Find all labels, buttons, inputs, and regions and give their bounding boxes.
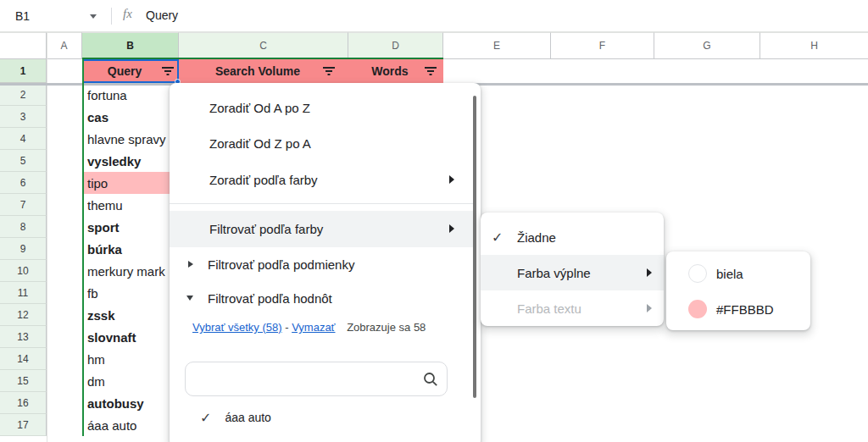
row-header-15[interactable]: 15 xyxy=(0,370,47,392)
row-header-right-border xyxy=(47,32,47,442)
cell-b8[interactable]: sport xyxy=(85,216,179,238)
cell-b16[interactable]: autobusy xyxy=(85,392,179,414)
checkmark-icon: ✓ xyxy=(200,410,211,426)
col-header-a[interactable]: A xyxy=(47,32,82,59)
row-header-9[interactable]: 9 xyxy=(0,238,47,260)
filter-dropdown-menu: Zoradiť Od A po Z Zoradiť Od Z po A Zora… xyxy=(170,83,481,442)
name-box-dropdown-icon[interactable] xyxy=(90,14,97,19)
filter-search-box xyxy=(185,362,448,396)
submenu-item-fill-color[interactable]: Farba výplne xyxy=(481,255,664,290)
col-header-g[interactable]: G xyxy=(654,32,760,59)
expand-expanded-icon xyxy=(186,296,193,301)
submenu-item-text-color[interactable]: Farba textu xyxy=(481,290,664,326)
cell-b17[interactable]: áaa auto xyxy=(85,414,179,436)
select-all-corner[interactable] xyxy=(0,32,47,59)
cell-b1-query-header[interactable]: Query xyxy=(82,59,179,83)
cell-b10[interactable]: merkury mark xyxy=(85,260,179,282)
formula-input[interactable]: Query xyxy=(146,8,178,22)
row-header-14[interactable]: 14 xyxy=(0,348,47,370)
clear-link[interactable]: Vymazať xyxy=(292,321,335,334)
cell-b7[interactable]: themu xyxy=(85,194,179,216)
cell-b13[interactable]: slovnaft xyxy=(85,326,179,348)
fill-color-option-white[interactable]: biela xyxy=(666,256,810,291)
fx-icon: fx xyxy=(123,7,132,21)
menu-item-filter-by-color[interactable]: Filtrovať podľa farby xyxy=(170,211,473,247)
filter-range-top-border xyxy=(82,58,443,59)
row-header-1[interactable]: 1 xyxy=(0,59,47,83)
menu-item-sort-by-color[interactable]: Zoradiť podľa farby xyxy=(170,162,473,198)
row-header-6[interactable]: 6 xyxy=(0,172,47,194)
name-box-value: B1 xyxy=(15,9,30,23)
cell-c1-search-volume-header[interactable]: Search Volume xyxy=(179,59,348,83)
formula-bar: B1 fx Query xyxy=(0,0,868,32)
submenu-arrow-icon xyxy=(647,304,652,312)
row-header-8[interactable]: 8 xyxy=(0,216,47,238)
menu-item-sort-za[interactable]: Zoradiť Od Z po A xyxy=(170,125,473,162)
cell-b2[interactable]: fortuna xyxy=(85,84,179,106)
submenu-arrow-icon xyxy=(449,175,454,184)
col-header-h[interactable]: H xyxy=(760,32,868,59)
menu-scrollbar[interactable] xyxy=(473,96,476,398)
select-all-link[interactable]: Vybrať všetky (58) xyxy=(192,321,282,334)
white-color-swatch-icon xyxy=(688,264,707,283)
row-header-16[interactable]: 16 xyxy=(0,392,47,414)
col-header-c[interactable]: C xyxy=(179,32,348,59)
spreadsheet-app: B1 fx Query A B C D E F G H 1 Query Sear… xyxy=(0,0,868,442)
row-header-5[interactable]: 5 xyxy=(0,150,47,172)
filter-icon-words[interactable] xyxy=(423,64,438,78)
search-volume-header-label: Search Volume xyxy=(215,64,300,78)
filter-values-links: Vybrať všetky (58) - Vymazať Zobrazuje s… xyxy=(192,321,464,334)
menu-item-sort-az[interactable]: Zoradiť Od A po Z xyxy=(170,90,473,126)
col-header-f[interactable]: F xyxy=(551,32,654,59)
row-header-17[interactable]: 17 xyxy=(0,414,47,436)
col-header-b[interactable]: B xyxy=(82,32,179,59)
submenu-item-none[interactable]: ✓ Žiadne xyxy=(481,219,664,255)
row-header-12[interactable]: 12 xyxy=(0,304,47,326)
cell-b5[interactable]: vysledky xyxy=(85,150,179,172)
filter-range-left-border xyxy=(82,59,84,436)
cell-b3[interactable]: cas xyxy=(85,106,179,128)
value-item-aaa-auto[interactable]: ✓ áaa auto xyxy=(200,403,454,432)
menu-item-filter-by-values[interactable]: Filtrovať podľa hodnôt xyxy=(170,283,473,313)
row-header-13[interactable]: 13 xyxy=(0,326,47,348)
checkmark-icon: ✓ xyxy=(492,229,503,246)
submenu-arrow-icon xyxy=(647,268,652,277)
col-header-e[interactable]: E xyxy=(443,32,551,59)
menu-divider xyxy=(170,203,473,204)
cell-b9[interactable]: búrka xyxy=(85,238,179,260)
col-header-d[interactable]: D xyxy=(348,32,443,59)
expand-collapsed-icon xyxy=(188,261,193,268)
filter-color-submenu: ✓ Žiadne Farba výplne Farba textu xyxy=(481,213,664,326)
formula-bar-divider xyxy=(111,8,112,25)
fill-color-option-pink[interactable]: #FFBBBD xyxy=(666,291,810,327)
row-header-7[interactable]: 7 xyxy=(0,194,47,216)
words-header-label: Words xyxy=(371,64,408,78)
cell-d1-words-header[interactable]: Words xyxy=(348,59,443,83)
filter-icon-query[interactable] xyxy=(160,64,175,78)
showing-count-label: Zobrazuje sa 58 xyxy=(347,321,426,334)
cell-b12[interactable]: zssk xyxy=(85,304,179,326)
cell-b14[interactable]: hm xyxy=(85,348,179,370)
row-header-4[interactable]: 4 xyxy=(0,128,47,150)
submenu-arrow-icon xyxy=(449,224,454,233)
links-dash: - xyxy=(285,321,288,334)
cell-b6[interactable]: tipo xyxy=(84,172,179,194)
cell-b15[interactable]: dm xyxy=(85,370,179,392)
fill-color-submenu: biela #FFBBBD xyxy=(666,251,810,330)
row-header-3[interactable]: 3 xyxy=(0,106,47,128)
cell-b11[interactable]: fb xyxy=(85,282,179,304)
search-icon[interactable] xyxy=(423,372,438,390)
filter-icon-search-volume[interactable] xyxy=(321,64,337,78)
filter-search-input[interactable] xyxy=(196,366,416,392)
menu-item-filter-by-condition[interactable]: Filtrovať podľa podmienky xyxy=(170,249,473,279)
pink-color-swatch-icon xyxy=(688,300,707,318)
row-header-11[interactable]: 11 xyxy=(0,282,47,304)
query-header-label: Query xyxy=(108,64,142,78)
row-header-2[interactable]: 2 xyxy=(0,84,47,106)
cell-b4[interactable]: hlavne spravy xyxy=(85,128,179,150)
row-header-10[interactable]: 10 xyxy=(0,260,47,282)
name-box[interactable]: B1 xyxy=(0,0,88,32)
